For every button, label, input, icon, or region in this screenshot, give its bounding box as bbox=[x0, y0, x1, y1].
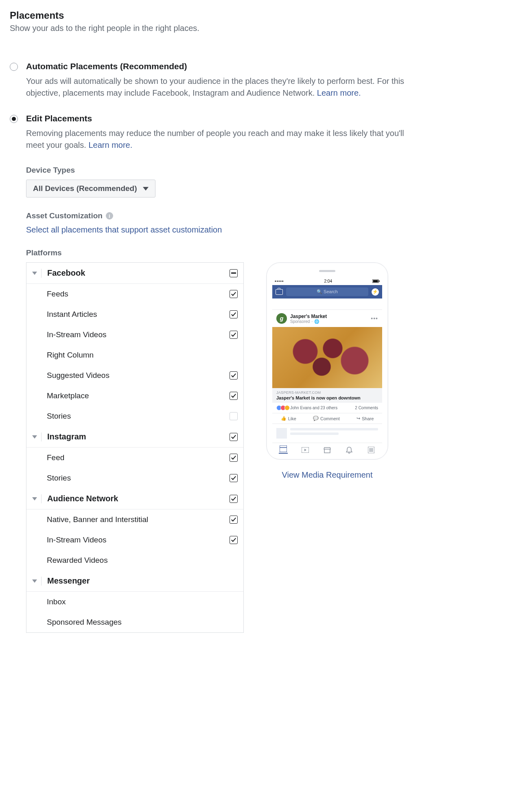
placement-item[interactable]: Stories bbox=[26, 468, 243, 488]
share-icon: ↪ bbox=[357, 416, 360, 421]
automatic-placements-desc: Your ads will automatically be shown to … bbox=[26, 75, 417, 99]
placement-item[interactable]: Feeds bbox=[26, 284, 243, 304]
checkbox[interactable] bbox=[230, 454, 238, 462]
preview-time: 2:04 bbox=[324, 279, 332, 283]
learn-more-link[interactable]: Learn more. bbox=[317, 88, 361, 97]
ad-domain: JASPERS-MARKET.COM bbox=[276, 391, 378, 395]
chevron-down-icon bbox=[32, 272, 37, 275]
feed-tab-icon bbox=[279, 446, 288, 454]
checkbox[interactable] bbox=[230, 495, 238, 503]
checkbox[interactable] bbox=[230, 474, 238, 482]
platform-name: Audience Network bbox=[47, 494, 230, 503]
sponsored-label: Sponsored bbox=[290, 319, 310, 324]
ad-headline: Jasper's Market is now open downtown bbox=[276, 395, 378, 400]
checkbox[interactable] bbox=[230, 310, 238, 318]
placement-item[interactable]: In-Stream Videos bbox=[26, 530, 243, 550]
device-types-label: Device Types bbox=[26, 166, 515, 175]
view-media-requirement-link[interactable]: View Media Requirement bbox=[282, 470, 372, 480]
placement-item[interactable]: Inbox bbox=[26, 592, 243, 612]
ad-creative-image bbox=[272, 327, 382, 388]
placement-label: Stories bbox=[47, 474, 230, 483]
automatic-placements-label: Automatic Placements (Recommended) bbox=[26, 61, 417, 71]
wow-reaction-icon bbox=[284, 405, 290, 410]
ad-preview-phone: ••••• 2:04 🔍 Search ⚡ g Jasper's Market bbox=[266, 262, 388, 460]
placement-item[interactable]: Right Column bbox=[26, 345, 243, 365]
automatic-placements-option[interactable]: Automatic Placements (Recommended) Your … bbox=[10, 61, 515, 99]
device-types-dropdown[interactable]: All Devices (Recommended) bbox=[26, 180, 155, 198]
checkbox[interactable] bbox=[230, 290, 238, 298]
placement-item[interactable]: Native, Banner and Interstitial bbox=[26, 509, 243, 530]
info-icon[interactable]: i bbox=[106, 212, 113, 219]
edit-placements-option[interactable]: Edit Placements Removing placements may … bbox=[10, 114, 515, 151]
svg-rect-1 bbox=[373, 280, 378, 283]
preview-search: 🔍 Search bbox=[286, 287, 368, 296]
thumb-up-icon: 👍 bbox=[281, 416, 287, 421]
share-button: ↪Share bbox=[357, 416, 374, 421]
platform-header-audience-network[interactable]: Audience Network bbox=[26, 488, 243, 509]
placement-label: Rewarded Videos bbox=[47, 556, 238, 565]
checkbox[interactable] bbox=[230, 516, 238, 524]
menu-tab-icon bbox=[367, 446, 376, 454]
signal-icon: ••••• bbox=[275, 279, 284, 283]
like-button: 👍Like bbox=[281, 416, 296, 421]
checkbox[interactable] bbox=[230, 536, 238, 544]
notifications-tab-icon bbox=[345, 446, 354, 454]
chevron-down-icon bbox=[32, 435, 37, 439]
placement-label: In-Stream Videos bbox=[47, 535, 230, 544]
checkbox[interactable] bbox=[230, 269, 238, 277]
comment-button: 💬Comment bbox=[313, 416, 340, 421]
platform-name: Messenger bbox=[47, 576, 238, 586]
placement-item[interactable]: Instant Articles bbox=[26, 304, 243, 325]
edit-placements-label: Edit Placements bbox=[26, 114, 417, 123]
checkbox[interactable] bbox=[230, 392, 238, 400]
placement-item[interactable]: Stories bbox=[26, 406, 243, 426]
platform-name: Instagram bbox=[47, 432, 230, 441]
platform-name: Facebook bbox=[47, 268, 230, 278]
placement-label: In-Stream Videos bbox=[47, 330, 230, 339]
svg-rect-3 bbox=[280, 446, 287, 452]
advertiser-name: Jasper's Market bbox=[290, 314, 327, 319]
platforms-list: FacebookFeedsInstant ArticlesIn-Stream V… bbox=[26, 262, 244, 633]
placement-label: Inbox bbox=[47, 597, 238, 606]
svg-rect-2 bbox=[378, 281, 379, 282]
chevron-down-icon bbox=[143, 187, 149, 191]
more-icon: ••• bbox=[371, 315, 378, 322]
chevron-down-icon bbox=[32, 579, 37, 583]
camera-icon bbox=[276, 289, 283, 295]
placement-label: Stories bbox=[47, 412, 230, 421]
placement-item[interactable]: Rewarded Videos bbox=[26, 550, 243, 571]
learn-more-link[interactable]: Learn more. bbox=[88, 140, 132, 149]
placement-item[interactable]: Suggested Videos bbox=[26, 365, 243, 386]
radio-icon bbox=[10, 115, 18, 123]
edit-placements-desc: Removing placements may reduce the numbe… bbox=[26, 127, 417, 151]
checkbox[interactable] bbox=[230, 412, 238, 420]
checkbox[interactable] bbox=[230, 371, 238, 380]
placement-item[interactable]: Sponsored Messages bbox=[26, 612, 243, 632]
checkbox[interactable] bbox=[230, 331, 238, 339]
placement-item[interactable]: Feed bbox=[26, 448, 243, 468]
advertiser-avatar: g bbox=[276, 313, 287, 324]
placement-label: Native, Banner and Interstitial bbox=[47, 515, 230, 524]
watch-tab-icon bbox=[301, 446, 310, 454]
platform-header-messenger[interactable]: Messenger bbox=[26, 571, 243, 592]
asset-customization-label: Asset Customization i bbox=[26, 211, 515, 220]
checkbox[interactable] bbox=[230, 433, 238, 441]
page-subtitle: Show your ads to the right people in the… bbox=[10, 24, 515, 33]
platforms-label: Platforms bbox=[26, 248, 515, 257]
chevron-down-icon bbox=[32, 497, 37, 500]
placement-item[interactable]: Marketplace bbox=[26, 386, 243, 406]
battery-icon bbox=[372, 279, 380, 283]
placement-label: Right Column bbox=[47, 351, 238, 360]
messenger-icon: ⚡ bbox=[372, 288, 379, 296]
asset-customization-select-all-link[interactable]: Select all placements that support asset… bbox=[26, 225, 222, 234]
comments-count: 2 Comments bbox=[355, 406, 378, 410]
placement-label: Feed bbox=[47, 453, 230, 462]
platform-header-facebook[interactable]: Facebook bbox=[26, 263, 243, 284]
placement-label: Sponsored Messages bbox=[47, 618, 238, 627]
radio-icon bbox=[10, 63, 18, 71]
globe-icon: 🌐 bbox=[314, 319, 319, 324]
placement-item[interactable]: In-Stream Videos bbox=[26, 325, 243, 345]
marketplace-tab-icon bbox=[323, 446, 332, 454]
platform-header-instagram[interactable]: Instagram bbox=[26, 426, 243, 448]
page-title: Placements bbox=[10, 10, 515, 21]
